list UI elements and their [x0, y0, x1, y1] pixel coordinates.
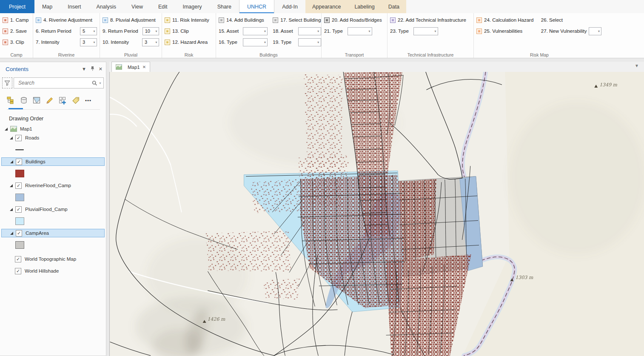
tab-insert[interactable]: Insert [60, 0, 88, 13]
funnel-icon [4, 80, 10, 86]
filter-button[interactable] [2, 77, 12, 88]
ribbon-group-pluvial: 8. Pluvial Adjustment 9. Return Period 1… [100, 13, 162, 58]
layer-row-camparea[interactable]: ✓ CampArea [1, 229, 105, 237]
pluvial-return-period-combo[interactable]: 10 ▼ [142, 27, 159, 35]
buildings-fill-symbol[interactable] [15, 170, 24, 177]
add-roads-bridges-button[interactable]: 20. Add Roads/Bridges [324, 14, 385, 26]
tab-project[interactable]: Project [0, 0, 34, 13]
layer-row-roads[interactable]: ✓ Roads [1, 134, 105, 142]
pluvial-adjustment-icon [103, 17, 108, 23]
tab-addin[interactable]: Add-In [274, 0, 305, 13]
layer-visibility-checkbox[interactable]: ✓ [15, 135, 22, 141]
tab-analysis[interactable]: Analysis [89, 0, 124, 13]
expand-arrow[interactable] [10, 137, 13, 140]
select-building-label: 17. Select Building [280, 17, 321, 23]
riverine-adjustment-button[interactable]: 4. Riverine Adjustment [36, 14, 97, 26]
map-view-tab-strip: Map1 ✕ ▼ [109, 62, 644, 72]
drawing-order-tab-icon[interactable] [7, 97, 15, 104]
technical-type-combo[interactable]: ▼ [413, 27, 438, 35]
chevron-down-icon[interactable]: ▼ [99, 82, 102, 85]
tab-labeling[interactable]: Labeling [348, 0, 381, 13]
type-add-combo[interactable]: ▼ [243, 38, 268, 46]
type-add-label: 16. Type [219, 40, 237, 45]
add-technical-infrastructure-button[interactable]: 22. Add Technical Infrastructure [390, 14, 471, 26]
camparea-fill-symbol[interactable] [15, 241, 24, 249]
expand-arrow[interactable] [10, 160, 13, 163]
chevron-down-icon: ▼ [598, 30, 601, 33]
layer-row-buildings[interactable]: ✓ Buildings [1, 157, 105, 166]
labeling-tab-icon[interactable] [72, 97, 80, 104]
pluvial-adjustment-button[interactable]: 8. Pluvial Adjustment [103, 14, 159, 26]
expand-arrow[interactable] [10, 184, 13, 187]
transport-type-combo[interactable]: ▼ [348, 27, 372, 35]
tab-appearance[interactable]: Appearance [305, 0, 348, 13]
layer-row-topographic[interactable]: ✓ World Topographic Map [1, 255, 105, 263]
map-canvas[interactable]: 1349 m 1303 m 1426 m [110, 72, 644, 356]
select-hazard-button[interactable]: 26. Select [541, 14, 602, 26]
more-options-icon[interactable]: ••• [85, 98, 91, 103]
risk-intensity-button[interactable]: 11. Risk Intensity [165, 14, 213, 26]
layer-visibility-checkbox[interactable]: ✓ [15, 268, 21, 274]
calculation-hazard-button[interactable]: 24. Calculation Hazard [476, 14, 534, 26]
type-select-combo[interactable]: ▼ [298, 38, 321, 46]
save-button[interactable]: 2. Save [3, 26, 30, 37]
search-input[interactable] [17, 80, 92, 86]
select-building-button[interactable]: 17. Select Building [273, 14, 321, 26]
layer-visibility-checkbox[interactable]: ✓ [15, 206, 22, 213]
layer-row-map1[interactable]: Map1 [1, 125, 105, 133]
new-layout-tab-icon[interactable] [59, 97, 67, 105]
layer-row-riverineflood[interactable]: ✓ RiverineFlood_Camp [1, 181, 105, 190]
pluvial-return-period-value: 10 [145, 28, 150, 34]
tab-unhcr[interactable]: UNHCR [239, 0, 274, 13]
elevation-label: 1349 m [599, 82, 617, 88]
roads-line-symbol[interactable] [15, 149, 24, 151]
new-vulnerability-combo[interactable]: ▼ [589, 27, 601, 35]
risk-clip-button[interactable]: 13. Clip [165, 26, 213, 37]
pluvialflood-fill-symbol[interactable] [15, 217, 24, 225]
ribbon-group-riverine: 4. Riverine Adjustment 6. Return Period … [33, 13, 100, 58]
tab-share[interactable]: Share [210, 0, 239, 13]
layer-row-pluvialflood[interactable]: ✓ PluvialFlood_Camp [1, 205, 105, 214]
pane-menu-chevron-icon[interactable]: ▼ [82, 66, 86, 71]
map1-view-tab[interactable]: Map1 ✕ [111, 62, 150, 72]
elevation-label: 1426 m [208, 316, 225, 322]
data-source-tab-icon[interactable] [20, 97, 28, 104]
riverine-adjustment-label: 4. Riverine Adjustment [43, 17, 92, 23]
tab-list-chevron-icon[interactable]: ▼ [635, 63, 639, 68]
pin-icon[interactable] [90, 66, 95, 72]
ribbon-group-risk: 11. Risk Intensity 13. Clip 12. Hazard A… [162, 13, 216, 58]
camparea-symbol-row [0, 238, 106, 252]
pluvial-intensity-combo[interactable]: 3 ▼ [142, 38, 159, 46]
search-icon[interactable] [92, 80, 97, 86]
asset-select-combo[interactable]: ▼ [298, 27, 321, 35]
layer-visibility-checkbox[interactable]: ✓ [15, 182, 22, 189]
tab-edit[interactable]: Edit [151, 0, 175, 13]
asset-add-combo[interactable]: ▼ [243, 27, 268, 35]
layer-visibility-checkbox[interactable]: ✓ [16, 159, 22, 165]
riverine-return-period-combo[interactable]: 5 ▼ [80, 27, 97, 35]
layer-visibility-checkbox[interactable]: ✓ [15, 256, 21, 262]
expand-arrow[interactable] [10, 232, 13, 235]
riverine-intensity-combo[interactable]: 3 ▼ [80, 38, 97, 46]
tab-data[interactable]: Data [382, 0, 406, 13]
expand-arrow[interactable] [10, 208, 13, 211]
tab-view[interactable]: View [124, 0, 151, 13]
tab-imagery[interactable]: Imagery [175, 0, 209, 13]
hazard-area-button[interactable]: 12. Hazard Area [165, 37, 213, 48]
layer-label-camparea: CampArea [26, 231, 49, 236]
clip-button[interactable]: 3. Clip [3, 37, 30, 48]
add-roads-bridges-label: 20. Add Roads/Bridges [332, 17, 382, 23]
ribbon-group-transport: 20. Add Roads/Bridges 21. Type ▼ Transpo… [322, 13, 388, 58]
expand-arrow[interactable] [5, 128, 8, 131]
close-icon[interactable]: ✕ [142, 65, 146, 69]
snapshot-tab-icon[interactable] [33, 97, 41, 104]
layer-visibility-checkbox[interactable]: ✓ [16, 230, 22, 236]
riverineflood-fill-symbol[interactable] [15, 194, 24, 201]
tab-map[interactable]: Map [34, 0, 60, 13]
add-buildings-button[interactable]: 14. Add Buildings [219, 14, 268, 26]
vulnerabilities-button[interactable]: 25. Vulnerabilities [476, 26, 534, 37]
edit-pencil-tab-icon[interactable] [46, 97, 54, 104]
close-icon[interactable]: ✕ [99, 66, 103, 72]
camp-button[interactable]: 1. Camp [3, 14, 30, 26]
layer-row-hillshade[interactable]: ✓ World Hillshade [1, 267, 105, 275]
